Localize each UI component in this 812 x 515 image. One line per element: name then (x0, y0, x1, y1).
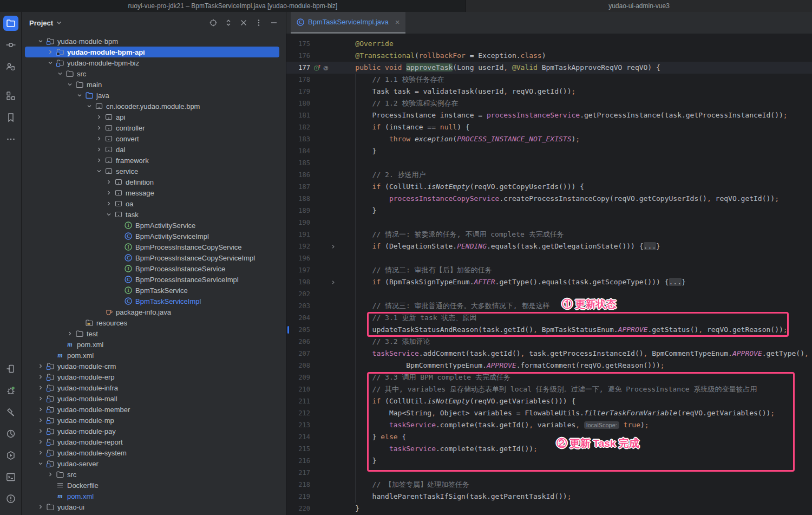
tree-item-bpmprocessinstancecopyservice[interactable]: IBpmProcessInstanceCopyService (22, 242, 286, 252)
tree-item-convert[interactable]: convert (22, 133, 286, 144)
code-line-184[interactable]: 184 } (286, 145, 812, 157)
chevron-down-icon[interactable] (94, 167, 104, 175)
code-line-185[interactable]: 185 (286, 157, 812, 169)
run-icon[interactable] (3, 448, 18, 463)
chevron-right-icon[interactable] (94, 134, 104, 143)
tree-item-test[interactable]: test (22, 328, 286, 339)
code-line-196[interactable]: 196 (286, 252, 812, 264)
chevron-down-icon[interactable] (75, 91, 84, 100)
chevron-right-icon[interactable] (36, 448, 45, 457)
code-line-190[interactable]: 190 (286, 217, 812, 229)
code-line-205[interactable]: 205 updateTaskStatusAndReason(task.getId… (286, 324, 812, 336)
tree-item-definition[interactable]: definition (22, 177, 286, 187)
tree-item-bpmtaskserviceimpl[interactable]: CBpmTaskServiceImpl (22, 296, 286, 307)
chevron-down-icon[interactable] (104, 210, 114, 219)
chevron-right-icon[interactable] (104, 178, 114, 186)
chevron-right-icon[interactable] (36, 416, 45, 425)
tree-item-yudao-module-member[interactable]: yudao-module-member (22, 404, 286, 415)
chevron-right-icon[interactable] (104, 199, 114, 208)
code-line-197[interactable]: 197 // 情况二: 审批有【后】加签的任务 (286, 264, 812, 276)
expand-collapse-icon[interactable] (224, 18, 233, 27)
select-opened-file-icon[interactable] (209, 18, 218, 27)
code-line-180[interactable]: 180 // 1.2 校验流程实例存在 (286, 97, 812, 109)
chevron-right-icon[interactable] (36, 405, 45, 414)
overrides-icon[interactable]: I (313, 64, 321, 71)
tree-item-yudao-module-mall[interactable]: yudao-module-mall (22, 393, 286, 404)
code-line-192[interactable]: 192 if (DelegationState.PENDING.equals(t… (286, 240, 812, 252)
code-line-220[interactable]: 220 } (286, 503, 812, 514)
chevron-right-icon[interactable] (45, 48, 55, 56)
tree-item-yudao-module-crm[interactable]: yudao-module-crm (22, 361, 286, 371)
tree-item-yudao-server[interactable]: yudao-server (22, 458, 286, 469)
code-line-186[interactable]: 186 // 2. 抄送用户 (286, 169, 812, 181)
code-line-177[interactable]: 177I@ public void approveTask(Long userI… (286, 62, 812, 74)
code-line-216[interactable]: 216 } (286, 455, 812, 467)
code-line-207[interactable]: 207 taskService.addComment(task.getId(),… (286, 348, 812, 360)
project-panel-title[interactable]: Project (29, 19, 53, 27)
tree-item-bpmprocessinstancecopyserviceimpl[interactable]: CBpmProcessInstanceCopyServiceImpl (22, 252, 286, 263)
fold-arrow-icon[interactable] (329, 244, 337, 250)
tree-item-pom-xml[interactable]: mpom.xml (22, 350, 286, 361)
services-icon[interactable] (3, 361, 18, 376)
code-line-188[interactable]: 188 processInstanceCopyService.createPro… (286, 193, 812, 205)
tree-item-yudao-module-infra[interactable]: yudao-module-infra (22, 382, 286, 393)
tree-item-service[interactable]: service (22, 166, 286, 177)
build-icon[interactable] (3, 405, 18, 420)
code-line-212[interactable]: 212 Map<String, Object> variables = Flow… (286, 407, 812, 419)
code-line-208[interactable]: 208 BpmCommentTypeEnum.APPROVE.formatCom… (286, 360, 812, 371)
code-line-215[interactable]: 215 taskService.complete(task.getId()); (286, 443, 812, 455)
tree-item-resources[interactable]: resources (22, 317, 286, 328)
code-line-217[interactable]: 217 (286, 467, 812, 479)
tree-item-bpmprocessinstanceservice[interactable]: IBpmProcessInstanceService (22, 263, 286, 274)
close-icon[interactable]: × (395, 18, 400, 26)
tree-item-dal[interactable]: dal (22, 144, 286, 155)
tree-item-yudao-module-report[interactable]: yudao-module-report (22, 436, 286, 447)
tree-item-yudao-module-pay[interactable]: yudao-module-pay (22, 426, 286, 436)
code-line-211[interactable]: 211 if (CollUtil.isNotEmpty(reqVO.getVar… (286, 395, 812, 407)
terminal-icon[interactable] (3, 470, 18, 485)
code-line-183[interactable]: 183 throw exception(PROCESS_INSTANCE_NOT… (286, 133, 812, 145)
code-line-209[interactable]: 209 // 3.3 调用 BPM complete 去完成任务 (286, 371, 812, 383)
code-line-189[interactable]: 189 } (286, 205, 812, 217)
code-line-214[interactable]: 214 } else { (286, 431, 812, 443)
code-line-210[interactable]: 210 // 其中, variables 是存储动态表单到 local 任务级别… (286, 383, 812, 395)
code-line-181[interactable]: 181 ProcessInstance instance = processIn… (286, 109, 812, 121)
chevron-down-icon[interactable] (36, 459, 45, 468)
chevron-right-icon[interactable] (36, 362, 45, 370)
tree-item-pom-xml[interactable]: mpom.xml (22, 491, 286, 501)
tree-item-yudao-module-bpm-api[interactable]: yudao-module-bpm-api (22, 47, 286, 57)
chevron-down-icon[interactable] (65, 80, 75, 89)
code-line-191[interactable]: 191 // 情况一: 被委派的任务, 不调用 complete 去完成任务 (286, 229, 812, 240)
chevron-right-icon[interactable] (94, 145, 104, 154)
chevron-right-icon[interactable] (36, 427, 45, 435)
code-line-203[interactable]: 203 // 情况三: 审批普通的任务。大多数情况下, 都是这样 (286, 300, 812, 312)
tree-item-yudao-module-erp[interactable]: yudao-module-erp (22, 371, 286, 382)
code-line-175[interactable]: 175 @Override (286, 38, 812, 50)
code-line-187[interactable]: 187 if (CollUtil.isNotEmpty(reqVO.getCop… (286, 181, 812, 193)
tree-item-bpmactivityserviceimpl[interactable]: CBpmActivityServiceImpl (22, 231, 286, 242)
code-line-182[interactable]: 182 if (instance == null) { (286, 121, 812, 133)
tree-item-src[interactable]: src (22, 68, 286, 79)
tree-item-bpmprocessinstanceserviceimpl[interactable]: CBpmProcessInstanceServiceImpl (22, 274, 286, 285)
debug-icon[interactable] (3, 383, 18, 398)
tree-item-yudao-module-system[interactable]: yudao-module-system (22, 447, 286, 458)
tree-item-yudao-ui[interactable]: yudao-ui (22, 501, 286, 512)
tree-item-yudao-module-bpm-biz[interactable]: yudao-module-bpm-biz (22, 57, 286, 68)
tree-item-api[interactable]: api (22, 112, 286, 122)
code-line-202[interactable]: 202 (286, 288, 812, 300)
structure-icon[interactable] (3, 88, 18, 103)
chevron-right-icon[interactable] (36, 383, 45, 392)
code-line-218[interactable]: 218 // 【加签专属】处理加签任务 (286, 479, 812, 491)
chevron-down-icon[interactable] (45, 58, 55, 67)
pull-requests-icon[interactable]: ? (3, 59, 18, 74)
chevron-right-icon[interactable] (36, 373, 45, 381)
more-tool-windows-icon[interactable] (3, 132, 18, 147)
chevron-down-icon[interactable] (55, 69, 65, 78)
fold-arrow-icon[interactable] (329, 279, 337, 285)
hide-panel-icon[interactable] (270, 18, 278, 27)
tree-item-src[interactable]: src (22, 469, 286, 480)
code-line-206[interactable]: 206 // 3.2 添加评论 (286, 336, 812, 348)
tree-item-bpmtaskservice[interactable]: IBpmTaskService (22, 285, 286, 296)
chevron-down-icon[interactable] (36, 37, 45, 45)
tab-bpmtaskserviceimpl[interactable]: C BpmTaskServiceImpl.java × (291, 12, 405, 34)
